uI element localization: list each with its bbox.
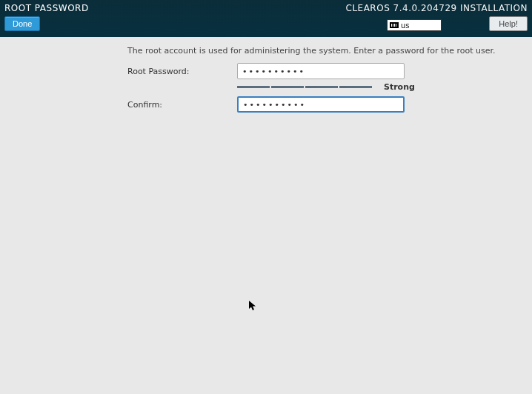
product-title: CLEAROS 7.4.0.204729 INSTALLATION — [346, 3, 528, 13]
screen-title: ROOT PASSWORD — [4, 3, 89, 13]
root-password-row: Root Password: — [127, 63, 532, 79]
strength-segment — [237, 86, 270, 88]
help-button[interactable]: Help! — [489, 16, 528, 31]
mouse-cursor — [249, 301, 256, 311]
confirm-password-input[interactable] — [237, 96, 405, 113]
keyboard-icon — [390, 22, 399, 28]
strength-segment — [339, 86, 372, 88]
done-button[interactable]: Done — [4, 16, 40, 31]
header-bar: ROOT PASSWORD CLEAROS 7.4.0.204729 INSTA… — [0, 0, 532, 37]
strength-segment — [271, 86, 304, 88]
keyboard-layout-selector[interactable]: us — [387, 19, 442, 31]
keyboard-layout-label: us — [401, 21, 410, 30]
root-password-label: Root Password: — [127, 67, 237, 76]
strength-label: Strong — [384, 82, 415, 92]
strength-segment — [305, 86, 338, 88]
content-area: The root account is used for administeri… — [0, 37, 532, 113]
root-password-input[interactable] — [237, 63, 405, 79]
description-text: The root account is used for administeri… — [127, 43, 517, 63]
confirm-password-row: Confirm: — [127, 96, 532, 113]
password-strength-row: Strong — [237, 82, 532, 92]
confirm-password-label: Confirm: — [127, 100, 237, 110]
